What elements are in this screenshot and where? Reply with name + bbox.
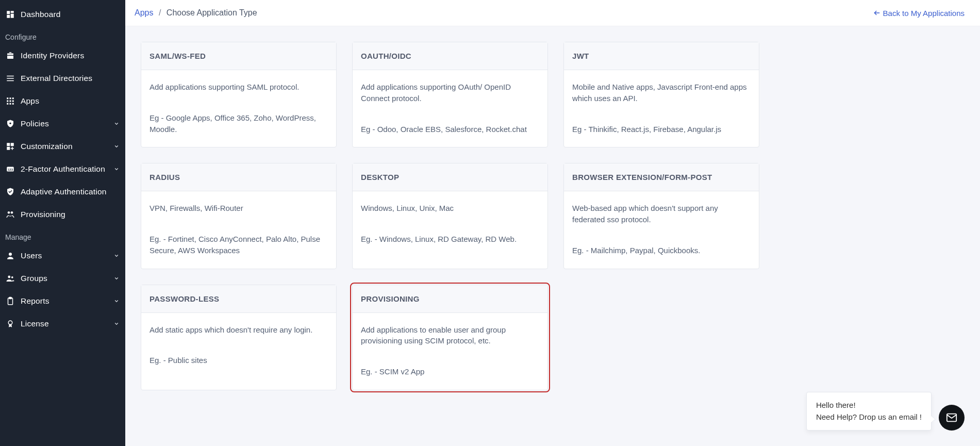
breadcrumb-current: Choose Application Type bbox=[167, 8, 257, 17]
card-description: Windows, Linux, Unix, Mac bbox=[361, 203, 539, 214]
chevron-down-icon bbox=[114, 299, 119, 304]
breadcrumb-separator: / bbox=[159, 8, 161, 17]
card-examples: Eg. - Public sites bbox=[150, 355, 328, 366]
card-body: VPN, Firewalls, Wifi-RouterEg. - Fortine… bbox=[141, 191, 336, 268]
sidebar-item-license[interactable]: License bbox=[0, 312, 125, 335]
app-type-grid: SAML/WS-FEDAdd applications supporting S… bbox=[141, 42, 759, 390]
card-title: BROWSER EXTENSION/FORM-POST bbox=[564, 163, 759, 191]
svg-point-22 bbox=[8, 211, 10, 214]
card-examples: Eg. - Mailchimp, Paypal, Quickbooks. bbox=[572, 245, 751, 256]
svg-point-25 bbox=[8, 276, 10, 278]
app-type-card-provisioning[interactable]: PROVISIONINGAdd applications to enable u… bbox=[352, 285, 548, 390]
breadcrumb: Apps / Choose Application Type bbox=[135, 8, 257, 18]
card-examples: Eg. - SCIM v2 App bbox=[361, 366, 539, 377]
svg-rect-3 bbox=[7, 15, 10, 18]
sidebar-item-label: Adaptive Authentication bbox=[21, 187, 107, 196]
svg-rect-28 bbox=[9, 298, 12, 299]
sidebar-item-2-factor-authentication[interactable]: 1232-Factor Authentication bbox=[0, 158, 125, 180]
briefcase-icon bbox=[5, 51, 15, 61]
svg-rect-1 bbox=[11, 11, 14, 13]
sidebar-section-label: Configure bbox=[0, 26, 125, 44]
card-description: VPN, Firewalls, Wifi-Router bbox=[150, 203, 328, 214]
app-type-card-oauth-oidc[interactable]: OAUTH/OIDCAdd applications supporting OA… bbox=[352, 42, 548, 147]
card-description: Add static apps which doesn't require an… bbox=[150, 324, 328, 336]
svg-rect-11 bbox=[10, 101, 11, 102]
chat-widget: Hello there! Need Help? Drop us an email… bbox=[806, 392, 965, 431]
group-icon bbox=[5, 273, 15, 284]
svg-rect-10 bbox=[7, 101, 8, 102]
svg-rect-13 bbox=[7, 103, 8, 105]
card-examples: Eg. - Fortinet, Cisco AnyConnect, Palo A… bbox=[150, 234, 328, 256]
chevron-down-icon bbox=[114, 276, 119, 281]
app-type-card-desktop[interactable]: DESKTOPWindows, Linux, Unix, MacEg. - Wi… bbox=[352, 163, 548, 269]
sidebar-item-label: Policies bbox=[21, 119, 49, 128]
card-examples: Eg - Google Apps, Office 365, Zoho, Word… bbox=[150, 112, 328, 135]
chevron-down-icon bbox=[114, 253, 119, 258]
svg-rect-6 bbox=[7, 80, 14, 81]
app-type-card-radius[interactable]: RADIUSVPN, Firewalls, Wifi-RouterEg. - F… bbox=[141, 163, 337, 269]
card-title: OAUTH/OIDC bbox=[353, 42, 547, 70]
chevron-down-icon bbox=[114, 167, 119, 172]
content: SAML/WS-FEDAdd applications supporting S… bbox=[125, 26, 980, 406]
sidebar-item-label: Dashboard bbox=[21, 10, 61, 19]
sync-users-icon bbox=[5, 209, 15, 220]
apps-icon bbox=[5, 96, 15, 106]
app-type-card-jwt[interactable]: JWTMobile and Native apps, Javascript Fr… bbox=[563, 42, 759, 147]
card-title: PASSWORD-LESS bbox=[141, 285, 336, 313]
card-body: Web-based app which doesn't support any … bbox=[564, 191, 759, 268]
sidebar-item-label: External Directories bbox=[21, 74, 92, 83]
sidebar-item-label: Groups bbox=[21, 274, 47, 283]
sidebar-item-label: Identity Providers bbox=[21, 51, 84, 60]
card-body: Add applications supporting SAML protoco… bbox=[141, 70, 336, 147]
card-description: Web-based app which doesn't support any … bbox=[572, 203, 751, 225]
breadcrumb-root-link[interactable]: Apps bbox=[135, 8, 153, 17]
sidebar-item-label: 2-Factor Authentication bbox=[21, 164, 105, 174]
card-title: DESKTOP bbox=[353, 163, 547, 191]
card-description: Add applications supporting OAuth/ OpenI… bbox=[361, 81, 539, 104]
svg-rect-19 bbox=[7, 147, 10, 150]
svg-rect-7 bbox=[7, 97, 8, 99]
sidebar-item-label: Apps bbox=[21, 96, 39, 106]
app-type-card-password-less[interactable]: PASSWORD-LESSAdd static apps which doesn… bbox=[141, 285, 337, 390]
sidebar-item-adaptive-authentication[interactable]: Adaptive Authentication bbox=[0, 180, 125, 203]
sidebar-item-groups[interactable]: Groups bbox=[0, 267, 125, 290]
chat-launcher-button[interactable] bbox=[939, 405, 965, 431]
sidebar-item-provisioning[interactable]: Provisioning bbox=[0, 203, 125, 226]
svg-point-24 bbox=[9, 253, 12, 256]
card-body: Add applications to enable user and grou… bbox=[353, 313, 547, 390]
clipboard-icon bbox=[5, 296, 15, 306]
chevron-down-icon bbox=[114, 321, 119, 326]
sidebar-item-label: Provisioning bbox=[21, 210, 65, 219]
sidebar-item-policies[interactable]: Policies bbox=[0, 112, 125, 135]
sidebar-item-reports[interactable]: Reports bbox=[0, 290, 125, 312]
app-type-card-browser-extension-form-post[interactable]: BROWSER EXTENSION/FORM-POSTWeb-based app… bbox=[563, 163, 759, 269]
main-area: Apps / Choose Application Type Back to M… bbox=[125, 0, 980, 446]
svg-point-16 bbox=[9, 123, 11, 124]
sidebar-item-external-directories[interactable]: External Directories bbox=[0, 67, 125, 90]
sidebar: DashboardConfigureIdentity ProvidersExte… bbox=[0, 0, 125, 446]
svg-point-26 bbox=[11, 276, 13, 278]
app-type-card-saml-ws-fed[interactable]: SAML/WS-FEDAdd applications supporting S… bbox=[141, 42, 337, 147]
svg-point-29 bbox=[8, 321, 12, 325]
card-title: RADIUS bbox=[141, 163, 336, 191]
card-examples: Eg - Odoo, Oracle EBS, Salesforce, Rocke… bbox=[361, 124, 539, 135]
sidebar-item-dashboard[interactable]: Dashboard bbox=[0, 3, 125, 26]
sidebar-item-label: License bbox=[21, 319, 49, 328]
card-body: Add static apps which doesn't require an… bbox=[141, 313, 336, 379]
card-body: Windows, Linux, Unix, MacEg. - Windows, … bbox=[353, 191, 547, 257]
svg-rect-0 bbox=[7, 11, 10, 14]
svg-rect-8 bbox=[10, 97, 11, 99]
svg-rect-4 bbox=[7, 76, 14, 77]
chat-bubble: Hello there! Need Help? Drop us an email… bbox=[806, 392, 932, 431]
svg-text:123: 123 bbox=[8, 168, 13, 171]
svg-rect-14 bbox=[10, 103, 11, 105]
sidebar-item-users[interactable]: Users bbox=[0, 244, 125, 267]
card-title: PROVISIONING bbox=[353, 285, 547, 313]
sidebar-item-identity-providers[interactable]: Identity Providers bbox=[0, 44, 125, 67]
sidebar-item-apps[interactable]: Apps bbox=[0, 90, 125, 112]
back-link-label: Back to My Applications bbox=[883, 9, 965, 18]
svg-rect-18 bbox=[11, 143, 14, 146]
back-to-applications-link[interactable]: Back to My Applications bbox=[873, 9, 965, 18]
sidebar-item-customization[interactable]: Customization bbox=[0, 135, 125, 158]
topbar: Apps / Choose Application Type Back to M… bbox=[125, 0, 980, 26]
